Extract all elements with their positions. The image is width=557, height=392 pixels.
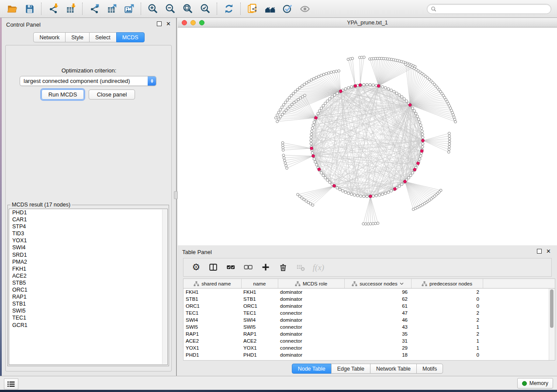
mcds-result-item[interactable]: STP4 <box>9 223 167 230</box>
table-cell[interactable]: TEC1 <box>183 309 241 316</box>
table-cell[interactable]: dominator <box>278 330 344 337</box>
network-graph[interactable] <box>178 28 557 245</box>
table-cell[interactable]: connector <box>278 309 344 316</box>
table-cell[interactable]: SWI4 <box>241 316 278 323</box>
table-cell[interactable]: 0 <box>411 303 483 309</box>
table-cell[interactable]: YOX1 <box>183 344 241 351</box>
houses-icon[interactable] <box>261 1 279 16</box>
table-row[interactable]: YOX1YOX1connector291 <box>183 344 555 351</box>
float-panel-icon[interactable] <box>157 21 162 26</box>
mcds-result-item[interactable]: ORC1 <box>9 286 167 293</box>
mcds-result-item[interactable]: FKH1 <box>9 265 167 272</box>
mcds-result-item[interactable]: TEC1 <box>9 314 167 321</box>
panel-splitter-handle[interactable] <box>174 191 178 199</box>
memory-button[interactable]: Memory <box>517 378 553 389</box>
column-header-MCDS-role[interactable]: MCDS role <box>278 279 344 289</box>
zoom-out-icon[interactable] <box>162 1 179 16</box>
table-cell[interactable]: 0 <box>411 351 483 358</box>
table-cell[interactable]: 1 <box>411 337 483 344</box>
table-cell[interactable]: connector <box>278 323 344 330</box>
table-cell[interactable]: ORC1 <box>241 303 278 309</box>
table-cell[interactable]: 1 <box>411 344 483 351</box>
mcds-result-item[interactable]: PHD1 <box>9 209 167 216</box>
optimization-criterion-select[interactable]: largest connected component (undirected) <box>20 76 156 86</box>
search-field[interactable] <box>427 4 551 14</box>
table-cell[interactable]: 2 <box>411 309 483 316</box>
table-cell[interactable]: PHD1 <box>241 351 278 358</box>
table-cell[interactable]: 43 <box>344 323 411 330</box>
column-header-successor-nodes[interactable]: successor nodes <box>344 279 411 289</box>
search-input[interactable] <box>436 5 551 14</box>
table-cell[interactable]: RAP1 <box>183 330 241 337</box>
table-cell[interactable]: STB1 <box>241 296 278 303</box>
table-cell[interactable]: connector <box>278 344 344 351</box>
import-table-icon[interactable] <box>62 1 80 16</box>
tab-edge-table[interactable]: Edge Table <box>331 364 370 374</box>
table-cell[interactable]: 29 <box>344 344 411 351</box>
export-network-icon[interactable] <box>86 1 103 16</box>
table-cell[interactable]: 2 <box>411 289 483 296</box>
table-scrollbar-thumb[interactable] <box>550 289 554 328</box>
table-row[interactable]: ORC1ORC1dominator610 <box>183 303 555 309</box>
select-all-icon[interactable] <box>224 260 239 275</box>
table-cell[interactable]: SWI5 <box>183 323 241 330</box>
table-cell[interactable]: 62 <box>344 296 411 303</box>
mcds-result-list[interactable]: PHD1CAR1STP4TID3YOX1SWI4SRD1PMA2FKH1ACE2… <box>9 209 168 365</box>
export-table-icon[interactable] <box>103 1 121 16</box>
tab-mcds[interactable]: MCDS <box>116 32 145 42</box>
tab-network-table[interactable]: Network Table <box>370 364 417 374</box>
export-image-icon[interactable] <box>121 1 138 16</box>
table-cell[interactable]: 96 <box>344 289 411 296</box>
table-cell[interactable]: 35 <box>344 330 411 337</box>
tab-motifs[interactable]: Motifs <box>416 364 443 374</box>
table-cell[interactable]: STB1 <box>183 296 241 303</box>
table-row[interactable]: ACE2ACE2connector311 <box>183 337 555 344</box>
table-row[interactable]: SWI5SWI5connector431 <box>183 323 555 330</box>
table-cell[interactable]: SWI4 <box>183 316 241 323</box>
table-cell[interactable]: 0 <box>411 296 483 303</box>
mcds-list-scrollbar[interactable] <box>162 210 167 364</box>
column-header-shared-name[interactable]: shared name <box>183 279 241 289</box>
table-cell[interactable]: ACE2 <box>241 337 278 344</box>
table-cell[interactable]: connector <box>278 337 344 344</box>
columns-icon[interactable] <box>206 260 221 275</box>
table-cell[interactable]: TEC1 <box>241 309 278 316</box>
mcds-result-item[interactable]: SWI4 <box>9 244 167 251</box>
save-icon[interactable] <box>21 1 38 16</box>
stylized-check-icon[interactable] <box>279 1 296 16</box>
table-cell[interactable]: 47 <box>344 309 411 316</box>
mcds-result-item[interactable]: PMA2 <box>9 258 167 265</box>
tab-select[interactable]: Select <box>89 32 117 42</box>
table-row[interactable]: PHD1PHD1dominator180 <box>183 351 555 358</box>
run-mcds-button[interactable]: Run MCDS <box>42 89 84 100</box>
tab-node-table[interactable]: Node Table <box>292 364 332 374</box>
table-cell[interactable]: ORC1 <box>183 303 241 309</box>
table-cell[interactable]: dominator <box>278 316 344 323</box>
mcds-result-item[interactable]: STB1 <box>9 300 167 307</box>
task-history-button[interactable] <box>4 378 18 389</box>
open-folder-icon[interactable] <box>3 1 21 16</box>
mcds-result-item[interactable]: TID3 <box>9 230 167 237</box>
table-row[interactable]: FKH1FKH1dominator962 <box>183 289 555 296</box>
close-panel-icon[interactable]: ✕ <box>546 249 551 254</box>
table-row[interactable]: TEC1TEC1connector472 <box>183 309 555 316</box>
network-canvas[interactable] <box>178 28 557 245</box>
mcds-result-item[interactable]: YOX1 <box>9 237 167 244</box>
mcds-result-item[interactable]: ACE2 <box>9 272 167 279</box>
table-cell[interactable]: 31 <box>344 337 411 344</box>
table-cell[interactable]: YOX1 <box>241 344 278 351</box>
table-cell[interactable]: 61 <box>344 303 411 309</box>
float-panel-icon[interactable] <box>537 249 542 254</box>
close-panel-button[interactable]: Close panel <box>89 89 135 100</box>
table-cell[interactable]: dominator <box>278 296 344 303</box>
table-cell[interactable]: 46 <box>344 316 411 323</box>
table-cell[interactable]: dominator <box>278 303 344 309</box>
column-header-name[interactable]: name <box>241 279 278 289</box>
mcds-result-item[interactable]: CAR1 <box>9 216 167 223</box>
table-scrollbar[interactable] <box>549 289 555 360</box>
table-cell[interactable]: 1 <box>411 323 483 330</box>
table-cell[interactable]: FKH1 <box>241 289 278 296</box>
deselect-all-icon[interactable] <box>241 260 256 275</box>
table-cell[interactable]: RAP1 <box>241 330 278 337</box>
mcds-result-item[interactable]: GCR1 <box>9 322 167 329</box>
